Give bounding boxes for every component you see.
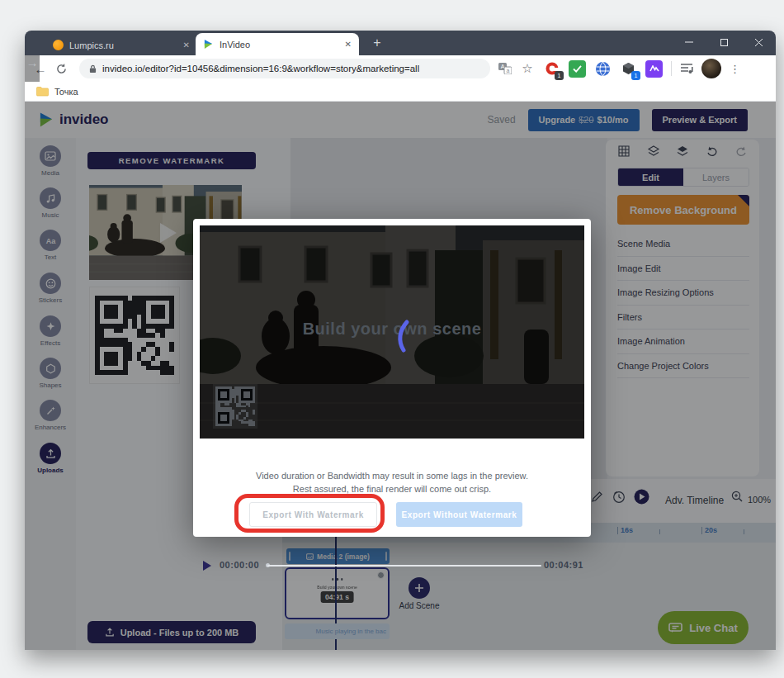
window-controls	[672, 31, 776, 54]
loading-spinner	[391, 318, 414, 354]
maximize-button[interactable]	[706, 31, 741, 54]
svg-text:a: a	[507, 68, 510, 73]
profile-avatar[interactable]	[701, 59, 721, 78]
extension-red[interactable]: 1	[543, 60, 560, 78]
forward-icon[interactable]: →	[25, 55, 40, 82]
video-preview[interactable]: Build your own scene	[200, 225, 584, 439]
extension-purple[interactable]	[645, 60, 663, 78]
folder-icon	[36, 87, 49, 97]
lumpics-favicon	[53, 40, 64, 50]
progress-bar[interactable]	[267, 565, 541, 567]
extension-badge: 1	[555, 71, 564, 80]
export-without-watermark-button[interactable]: Export Without Watermark	[396, 502, 522, 527]
extension-globe[interactable]	[594, 60, 612, 78]
export-with-watermark-button[interactable]: Export With Watermark	[249, 502, 377, 527]
url-text: invideo.io/editor?id=10456&dimension=16:…	[102, 64, 419, 73]
preview-note-line1: Video duration or Bandwidth may result i…	[193, 471, 591, 481]
invideo-favicon	[203, 39, 214, 50]
translate-icon[interactable]: Aa	[498, 63, 512, 74]
desktop: Lumpics.ru ✕ InVideo ✕ + ← →	[0, 0, 784, 678]
extension-badge: 1	[631, 71, 640, 80]
media-controls-icon[interactable]	[680, 63, 693, 74]
new-tab-button[interactable]: +	[368, 36, 386, 50]
total-time: 00:04:91	[544, 560, 583, 570]
tab-label: InVideo	[220, 40, 250, 50]
preview-note-line2: Rest assured, the final render will come…	[193, 484, 591, 494]
bookmarks-bar: Точка	[25, 82, 776, 102]
minimize-button[interactable]	[672, 31, 706, 54]
padlock-icon	[89, 64, 97, 73]
bookmark-item[interactable]: Точка	[54, 87, 78, 97]
chrome-menu-icon[interactable]: ⋮	[730, 67, 739, 71]
tab-invideo[interactable]: InVideo ✕	[196, 33, 359, 55]
extension-cube[interactable]: 1	[620, 60, 637, 78]
playback-controls: 00:00:00 00:04:91	[193, 557, 591, 577]
tab-close-icon[interactable]: ✕	[345, 40, 352, 49]
preview-export-modal: Build your own scene 00:00:00 00:04:91 V…	[193, 219, 591, 537]
tab-close-icon[interactable]: ✕	[183, 40, 190, 50]
bookmark-star-icon[interactable]: ☆	[520, 61, 535, 76]
tab-lumpics[interactable]: Lumpics.ru ✕	[46, 35, 196, 55]
qr-code-overlay	[213, 384, 257, 429]
tab-strip: Lumpics.ru ✕ InVideo ✕ +	[25, 31, 776, 55]
toolbar: ← → invideo.io/editor?id=10456&dimension…	[25, 55, 776, 82]
refresh-icon[interactable]	[56, 64, 71, 74]
address-bar[interactable]: invideo.io/editor?id=10456&dimension=16:…	[79, 59, 490, 78]
close-button[interactable]	[741, 31, 776, 54]
browser-window: Lumpics.ru ✕ InVideo ✕ + ← →	[25, 31, 776, 650]
divider	[671, 61, 672, 76]
current-time: 00:00:00	[220, 560, 259, 570]
extension-green-check[interactable]	[569, 60, 586, 78]
tab-label: Lumpics.ru	[69, 40, 114, 50]
invideo-editor: invideo Saved Upgrade $20 $10/mo Preview…	[25, 102, 776, 650]
play-button[interactable]	[203, 561, 211, 571]
